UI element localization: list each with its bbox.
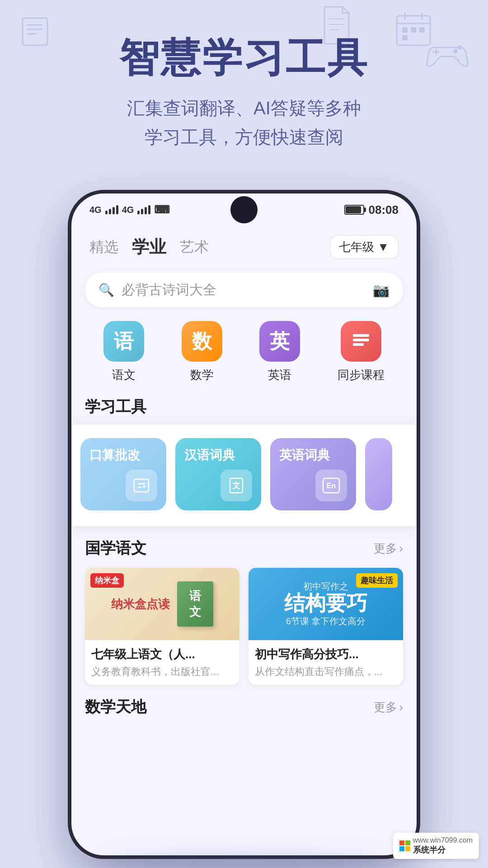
english-icon: 英 [259, 321, 300, 362]
svg-rect-22 [134, 479, 149, 492]
guoxue-title: 国学语文 [85, 538, 146, 559]
chinese-dict-label: 汉语词典 [184, 447, 235, 463]
subject-math[interactable]: 数 数学 [182, 321, 222, 383]
subjects-grid: 语 语文 数 数学 英 英语 [71, 316, 417, 392]
math-title: 数学天地 [85, 697, 146, 717]
tab-bar: 精选 学业 艺术 七年级 ▼ [71, 226, 417, 268]
course-card-1[interactable]: 纳米盒 纳米盒点读 语文 七年级上语文（人... 义务教育教科书，出版社官... [85, 568, 239, 685]
guoxue-header-row: 国学语文 更多 › [85, 538, 403, 559]
search-bar[interactable]: 🔍 必背古诗词大全 📷 [85, 273, 403, 307]
4g-label-1: 4G [89, 205, 102, 215]
course1-book: 语文 [177, 581, 213, 627]
course1-meta: 七年级上语文（人... 义务教育教科书，出版社官... [85, 640, 239, 685]
course1-title: 七年级上语文（人... [91, 646, 233, 662]
tool-oral[interactable]: 口算批改 [80, 438, 166, 510]
tab-academic[interactable]: 学业 [132, 236, 166, 259]
page-subtitle: 汇集查词翻译、AI答疑等多种 学习工具，方便快速查阅 [27, 94, 461, 151]
course1-main-text: 纳米盒点读 [111, 596, 170, 612]
math-icon: 数 [182, 321, 222, 362]
course2-desc: 从作文结构直击写作痛点，... [255, 665, 397, 679]
english-label: 英语 [268, 367, 291, 383]
chinese-dict-icon: 文 [221, 470, 252, 501]
guoxue-more[interactable]: 更多 › [374, 541, 403, 557]
course-thumb-1: 纳米盒 纳米盒点读 语文 [85, 568, 239, 640]
tool-english-dict[interactable]: 英语词典 En [270, 438, 356, 510]
status-right: 08:08 [344, 203, 399, 217]
status-left: 4G 4G ⌨ [89, 203, 170, 216]
chinese-icon: 语 [103, 321, 144, 362]
math-label: 数学 [190, 367, 214, 383]
tab-art[interactable]: 艺术 [180, 237, 209, 257]
tool-chinese-dict[interactable]: 汉语词典 文 [175, 438, 261, 510]
page-title: 智慧学习工具 [27, 36, 461, 80]
tools-section-header: 学习工具 [71, 392, 417, 425]
oral-label: 口算批改 [89, 447, 140, 463]
app-content: 精选 学业 艺术 七年级 ▼ 🔍 必背古诗词大全 📷 语 语文 [71, 226, 417, 855]
phone-mockup: 4G 4G ⌨ [68, 190, 420, 859]
wifi-icon: ⌨ [154, 203, 170, 216]
phone-frame: 4G 4G ⌨ [68, 190, 420, 859]
clock: 08:08 [369, 203, 399, 217]
subject-english[interactable]: 英 英语 [259, 321, 300, 383]
tab-featured[interactable]: 精选 [89, 237, 118, 257]
windows-logo [399, 840, 410, 851]
tool-more[interactable] [365, 438, 392, 510]
sync-icon [341, 321, 381, 362]
guoxue-section: 国学语文 更多 › 纳米盒 纳米盒点读 [71, 531, 417, 692]
svg-rect-21 [353, 343, 364, 346]
watermark-logo: www.win7099.com 系统半分 [399, 836, 473, 855]
subject-sync[interactable]: 同步课程 [338, 321, 385, 383]
english-dict-label: 英语词典 [279, 447, 330, 463]
oral-icon [126, 470, 157, 501]
course2-thumb-content: 初中写作之 结构要巧 6节课 拿下作文高分 [280, 576, 372, 632]
chinese-label: 语文 [112, 367, 136, 383]
math-section-header: 数学天地 更多 › [71, 692, 417, 717]
watermark: www.win7099.com 系统半分 [393, 833, 479, 859]
svg-text:En: En [327, 482, 336, 490]
tools-section: 口算批改 汉语词典 [71, 425, 417, 526]
signal-bars-1 [105, 205, 118, 214]
status-bar: 4G 4G ⌨ [71, 193, 417, 226]
search-icon: 🔍 [99, 283, 114, 297]
course1-badge: 纳米盒 [90, 573, 124, 588]
course2-meta: 初中写作高分技巧... 从作文结构直击写作痛点，... [249, 640, 403, 685]
sync-label: 同步课程 [338, 367, 385, 383]
signal-bars-2 [137, 205, 150, 214]
course-card-2[interactable]: 趣味生活 初中写作之 结构要巧 6节课 拿下作文高分 初中写作高分技巧... 从… [249, 568, 403, 685]
svg-rect-19 [353, 334, 369, 337]
battery-icon [344, 205, 364, 215]
4g-label-2: 4G [122, 205, 134, 215]
camera-icon[interactable]: 📷 [373, 282, 389, 298]
course2-title: 初中写作高分技巧... [255, 646, 397, 662]
svg-rect-20 [353, 339, 369, 341]
subject-chinese[interactable]: 语 语文 [103, 321, 144, 383]
tools-row: 口算批改 汉语词典 [80, 438, 408, 513]
search-placeholder: 必背古诗词大全 [122, 281, 366, 299]
course-grid: 纳米盒 纳米盒点读 语文 七年级上语文（人... 义务教育教科书，出版社官... [85, 568, 403, 685]
svg-text:文: 文 [232, 481, 240, 490]
course1-desc: 义务教育教科书，出版社官... [91, 665, 233, 679]
math-more[interactable]: 更多 › [374, 699, 403, 715]
course-thumb-2: 趣味生活 初中写作之 结构要巧 6节课 拿下作文高分 [249, 568, 403, 640]
english-dict-icon: En [315, 470, 347, 501]
grade-selector[interactable]: 七年级 ▼ [329, 235, 399, 259]
camera-notch [230, 196, 258, 223]
